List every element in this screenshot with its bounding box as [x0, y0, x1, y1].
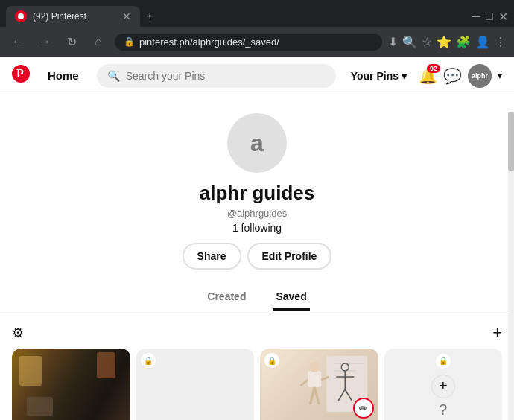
- url-text: pinterest.ph/alphrguides/_saved/: [139, 36, 373, 48]
- game-thumbnail: 🔒 ✏: [260, 349, 378, 420]
- avatar-letter: a: [250, 130, 264, 157]
- header-right: Your Pins ▾ 🔔 92 💬 alphr ▾: [345, 64, 502, 88]
- board-card-all-pins[interactable]: All Pins: [12, 349, 130, 420]
- notification-button[interactable]: 🔔 92: [419, 67, 437, 85]
- back-icon[interactable]: ←: [7, 31, 28, 52]
- your-pins-label: Your Pins: [351, 70, 399, 82]
- forward-icon[interactable]: →: [34, 31, 55, 52]
- share-button[interactable]: Share: [183, 243, 241, 270]
- filter-icon[interactable]: ⚙: [12, 325, 24, 341]
- nav-bar: ← → ↻ ⌂ 🔒 pinterest.ph/alphrguides/_save…: [0, 27, 514, 57]
- tab-favicon: [15, 10, 27, 22]
- boards-grid: All Pins 🔒 Game2: [0, 349, 514, 420]
- profile-actions: Share Edit Profile: [183, 243, 332, 270]
- zoom-icon[interactable]: 🔍: [402, 35, 417, 49]
- games-thumbnail: 🔒 + ?: [384, 349, 503, 420]
- chevron-down-icon: ▾: [402, 70, 407, 82]
- nav-right: ⬇ 🔍 ☆ ⭐ 🧩 👤 ⋮: [388, 35, 507, 49]
- svg-line-13: [314, 387, 319, 404]
- window-controls: ─ □ ✕: [471, 11, 508, 22]
- scrollbar[interactable]: [508, 112, 514, 420]
- question-icon: ?: [439, 401, 447, 419]
- game2-thumbnail: 🔒: [136, 349, 255, 420]
- scrollbar-thumb[interactable]: [508, 112, 514, 171]
- tab-created[interactable]: Created: [204, 284, 249, 311]
- your-pins-button[interactable]: Your Pins ▾: [345, 66, 413, 86]
- add-pin-icon[interactable]: +: [431, 375, 455, 398]
- pinterest-header: P Home 🔍 Your Pins ▾ 🔔 92 💬 alphr ▾: [0, 57, 514, 95]
- menu-icon[interactable]: ⋮: [495, 35, 507, 49]
- message-icon[interactable]: 💬: [443, 67, 462, 85]
- search-icon: 🔍: [107, 70, 120, 82]
- new-tab-button[interactable]: +: [146, 9, 154, 25]
- lock-icon: 🔒: [264, 353, 279, 368]
- profile-icon[interactable]: 👤: [475, 35, 490, 49]
- download-icon[interactable]: ⬇: [388, 35, 398, 49]
- profile-name: alphr guides: [200, 182, 315, 205]
- account-chevron-icon[interactable]: ▾: [498, 71, 502, 81]
- profile-following: 1 following: [232, 222, 282, 234]
- board-toolbar: ⚙ +: [0, 317, 514, 349]
- url-bar[interactable]: 🔒 pinterest.ph/alphrguides/_saved/: [115, 34, 382, 51]
- board-card-game[interactable]: 🔒 ✏ Game: [260, 349, 378, 420]
- tab-close-icon[interactable]: ✕: [122, 10, 131, 22]
- svg-point-11: [309, 362, 320, 372]
- edit-profile-button[interactable]: Edit Profile: [247, 243, 332, 270]
- home-link[interactable]: Home: [39, 65, 88, 86]
- lock-icon: 🔒: [436, 354, 451, 369]
- bookmark-star-icon[interactable]: ☆: [422, 35, 432, 49]
- search-input[interactable]: [126, 70, 326, 82]
- search-bar[interactable]: 🔍: [97, 64, 336, 88]
- active-tab[interactable]: (92) Pinterest ✕: [6, 6, 140, 27]
- svg-line-12: [310, 387, 314, 404]
- svg-text:P: P: [16, 67, 24, 80]
- add-board-icon[interactable]: +: [492, 323, 502, 343]
- content-tabs: Created Saved: [0, 284, 514, 311]
- home-icon[interactable]: ⌂: [88, 31, 109, 52]
- tab-bar: (92) Pinterest ✕ + ─ □ ✕: [0, 0, 514, 27]
- tab-saved[interactable]: Saved: [273, 284, 309, 311]
- extensions-icon[interactable]: 🧩: [456, 35, 471, 49]
- lock-icon: 🔒: [124, 36, 135, 47]
- minimize-icon[interactable]: ─: [471, 11, 481, 22]
- profile-handle: @alphrguides: [227, 208, 287, 219]
- all-pins-thumbnail: [12, 349, 130, 420]
- maximize-icon[interactable]: □: [484, 11, 495, 22]
- svg-rect-10: [308, 371, 321, 387]
- board-card-game2[interactable]: 🔒 Game2: [136, 349, 255, 420]
- edit-board-button[interactable]: ✏: [353, 398, 374, 419]
- profile-avatar: a: [227, 113, 287, 173]
- user-avatar[interactable]: alphr: [468, 64, 492, 88]
- pinterest-logo[interactable]: P: [12, 65, 30, 87]
- close-icon[interactable]: ✕: [498, 11, 508, 22]
- browser-chrome: (92) Pinterest ✕ + ─ □ ✕ ← → ↻ ⌂ 🔒 pinte…: [0, 0, 514, 57]
- notification-badge: 92: [427, 64, 440, 73]
- tab-title: (92) Pinterest: [33, 11, 116, 22]
- svg-line-14: [300, 380, 308, 386]
- lock-icon: 🔒: [141, 353, 156, 368]
- bookmark-icon[interactable]: ⭐: [437, 35, 451, 49]
- reload-icon[interactable]: ↻: [61, 31, 82, 52]
- profile-section: a alphr guides @alphrguides 1 following …: [0, 95, 514, 284]
- board-card-games[interactable]: 🔒 + ? games: [384, 349, 503, 420]
